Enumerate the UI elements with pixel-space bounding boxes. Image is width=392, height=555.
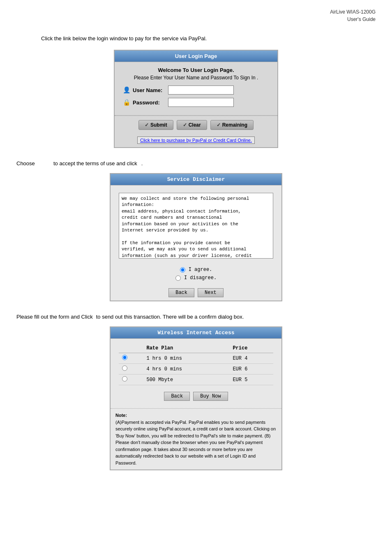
plan-label-2: 500 Mbyte xyxy=(143,375,229,385)
username-input[interactable] xyxy=(168,86,234,95)
submit-button[interactable]: ✓ Submit xyxy=(138,120,173,130)
submit-check-icon: ✓ xyxy=(145,122,149,128)
disclaimer-title: Service Disclaimer xyxy=(111,174,281,185)
disclaimer-next-button[interactable]: Next xyxy=(198,288,224,297)
username-label: 👤 User Name: xyxy=(123,86,168,94)
wireless-body: Rate Plan Price 1 hrs 0 minsEUR 44 hrs 0… xyxy=(111,339,281,408)
clear-check-icon: ✓ xyxy=(183,122,187,128)
col-price-header: Price xyxy=(229,344,273,353)
disclaimer-back-button[interactable]: Back xyxy=(168,288,194,297)
wireless-back-button[interactable]: Back xyxy=(164,392,190,401)
login-box: User Login Page Welcome To User Login Pa… xyxy=(114,50,278,148)
disclaimer-options: I agree. I disagree. xyxy=(111,263,281,285)
username-field-row: 👤 User Name: xyxy=(123,86,269,95)
top-right-header: AirLive WIAS-1200G User's Guide xyxy=(16,8,376,23)
disagree-radio[interactable] xyxy=(175,275,181,281)
user-icon: 👤 xyxy=(123,86,131,94)
disagree-option[interactable]: I disagree. xyxy=(175,275,217,281)
plan-radio-cell-1[interactable] xyxy=(119,364,143,375)
plans-table: Rate Plan Price 1 hrs 0 minsEUR 44 hrs 0… xyxy=(119,344,273,385)
plan-price-0: EUR 4 xyxy=(229,353,273,364)
note-text: (A)Payment is accepted via PayPal. PayPa… xyxy=(115,420,276,465)
disclaimer-box: Service Disclaimer We may collect and st… xyxy=(110,173,282,301)
password-input[interactable] xyxy=(168,98,234,107)
section2-period: . xyxy=(141,160,143,166)
lock-icon: 🔒 xyxy=(123,99,131,106)
section3-line1: Please fill out the form and Click xyxy=(16,314,93,320)
wireless-buy-button[interactable]: Buy Now xyxy=(193,392,228,401)
plan-row-2[interactable]: 500 MbyteEUR 5 xyxy=(119,375,273,385)
wireless-box: Wireless Internet Access Rate Plan Price… xyxy=(110,326,282,470)
disclaimer-text[interactable]: We may collect and store the following p… xyxy=(119,193,273,259)
plan-label-1: 4 hrs 0 mins xyxy=(143,364,229,375)
agree-label: I agree. xyxy=(189,267,212,273)
remaining-check-icon: ✓ xyxy=(217,122,221,128)
plan-radio-0[interactable] xyxy=(122,355,127,360)
col-rate-header: Rate Plan xyxy=(143,344,229,353)
section3-line2: to send out this transaction. There will… xyxy=(96,314,244,320)
plan-label-0: 1 hrs 0 mins xyxy=(143,353,229,364)
section2-row: Choose to accept the terms of use and cl… xyxy=(16,160,376,166)
disagree-label: I disagree. xyxy=(184,275,217,281)
login-box-body: Welcome To User Login Page. Please Enter… xyxy=(115,62,277,116)
login-prompt: Please Enter Your User Name and Password… xyxy=(123,75,269,81)
section3-row: Please fill out the form and Click to se… xyxy=(16,314,376,320)
section2-desc: to accept the terms of use and click xyxy=(53,160,137,166)
product-line1: AirLive WIAS-1200G xyxy=(16,8,376,16)
password-field-row: 🔒 Password: xyxy=(123,98,269,107)
clear-button[interactable]: ✓ Clear xyxy=(177,120,207,130)
password-label: 🔒 Password: xyxy=(123,99,168,106)
section2-word: Choose xyxy=(16,160,49,166)
plan-radio-cell-0[interactable] xyxy=(119,353,143,364)
wireless-note: Note: (A)Payment is accepted via PayPal.… xyxy=(111,408,281,469)
wireless-title: Wireless Internet Access xyxy=(111,327,281,339)
agree-radio[interactable] xyxy=(180,267,185,273)
remaining-button[interactable]: ✓ Remaining xyxy=(210,120,254,130)
plan-radio-1[interactable] xyxy=(122,365,127,371)
login-buttons-row: ✓ Submit ✓ Clear ✓ Remaining xyxy=(115,116,277,133)
section1-intro: Click the link below the login window to… xyxy=(41,35,376,42)
paypal-link[interactable]: Click here to purchase by PayPal or Cred… xyxy=(137,136,255,144)
disclaimer-buttons: Back Next xyxy=(111,285,281,301)
plan-radio-2[interactable] xyxy=(122,376,127,382)
agree-option[interactable]: I agree. xyxy=(180,267,212,273)
wireless-buttons: Back Buy Now xyxy=(119,389,273,403)
plan-price-2: EUR 5 xyxy=(229,375,273,385)
login-welcome: Welcome To User Login Page. xyxy=(123,67,269,73)
login-box-title: User Login Page xyxy=(115,51,277,62)
note-title: Note: xyxy=(115,413,127,418)
plan-price-1: EUR 6 xyxy=(229,364,273,375)
paypal-link-row: Click here to purchase by PayPal or Cred… xyxy=(115,133,277,147)
col-select xyxy=(119,344,143,353)
product-line2: User's Guide xyxy=(16,16,376,23)
plan-row-0[interactable]: 1 hrs 0 minsEUR 4 xyxy=(119,353,273,364)
plan-radio-cell-2[interactable] xyxy=(119,375,143,385)
plan-row-1[interactable]: 4 hrs 0 minsEUR 6 xyxy=(119,364,273,375)
